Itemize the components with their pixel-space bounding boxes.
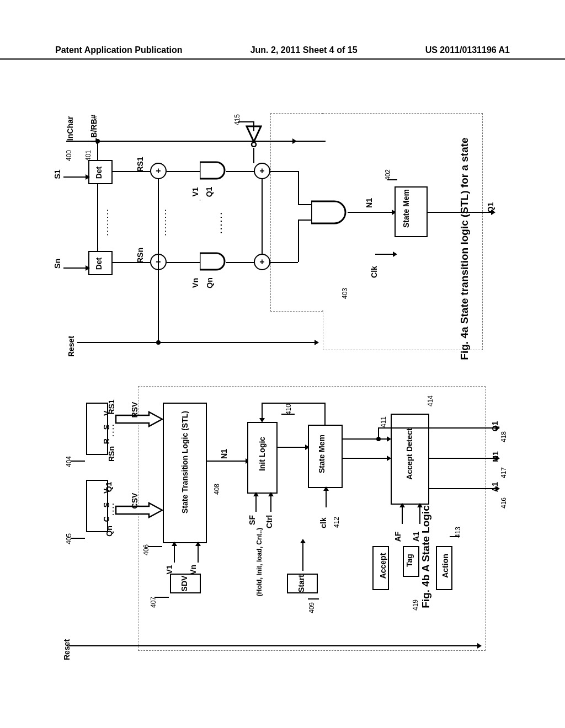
wire (148, 546, 162, 547)
ref-409: 409 (308, 602, 316, 613)
state-mem-label-b: State Mem (317, 426, 326, 481)
label-s1: S1 (53, 169, 62, 179)
ref-402: 402 (384, 169, 392, 180)
ref-416: 416 (500, 497, 508, 508)
dots: ········ (162, 208, 169, 236)
wire (174, 546, 175, 563)
wire (450, 536, 460, 537)
wire (302, 543, 303, 571)
wire (154, 597, 169, 598)
plus-label: + (156, 166, 161, 175)
wire (69, 645, 477, 646)
label-ctrl-sub: (Hold, Init, load, Cnt..) (255, 521, 263, 603)
label-a1: A1 (412, 532, 420, 542)
wire (270, 171, 298, 172)
ref-401: 401 (84, 150, 92, 161)
wire (298, 171, 299, 205)
state-mem-box-a (395, 186, 428, 237)
label-rsn: RSn (136, 248, 145, 263)
big-and-gate (311, 200, 350, 225)
dots: ········ (104, 208, 111, 236)
wire (298, 204, 312, 205)
diagram-area: Fig. 4a State transition logic (STL) for… (66, 94, 497, 662)
ref-418: 418 (500, 431, 508, 442)
wire (324, 403, 326, 425)
wire (278, 447, 305, 448)
wire (77, 342, 315, 343)
wire (71, 538, 85, 539)
wire (378, 427, 430, 429)
dots: ······ (217, 211, 226, 233)
wire (428, 212, 491, 213)
page-header: Patent Application Publication Jun. 2, 2… (0, 45, 565, 60)
ref-407: 407 (150, 597, 157, 608)
label-reset-b: Reset (62, 639, 71, 660)
label-clk-b: clk (319, 517, 328, 528)
sdv-text: SDV (180, 576, 189, 592)
tag-chip-label: Tag (405, 554, 414, 567)
wire (253, 148, 254, 163)
label-qn-b: Qn (105, 526, 114, 536)
wire (207, 461, 246, 462)
label-inchar: InChar (66, 116, 74, 141)
accept-label: Accept Detect (405, 415, 414, 493)
label-q1: Q1 (205, 187, 214, 197)
wire (343, 458, 387, 459)
det-label-1: Det (94, 167, 103, 179)
label-q1-b: Q1 (104, 482, 113, 493)
header-center: Jun. 2, 2011 Sheet 4 of 15 (250, 45, 358, 55)
wire (226, 171, 254, 172)
wire (167, 171, 200, 172)
label-af: AF (393, 532, 402, 542)
ref-404: 404 (65, 456, 73, 467)
wire (292, 141, 326, 142)
label-sn: Sn (53, 259, 62, 269)
label-rsv: RSV (130, 402, 139, 418)
wire (429, 488, 495, 489)
label-csv: CSV (130, 493, 139, 509)
and-gate-1 (200, 161, 227, 180)
fig4a-caption: Fig. 4a State transition logic (STL) for… (459, 137, 471, 360)
wire (226, 262, 254, 263)
wire (281, 414, 295, 415)
label-out-q1: Q1 (491, 421, 499, 432)
ref-410: 410 (285, 404, 292, 415)
wire (198, 546, 199, 563)
ref-400: 400 (65, 150, 73, 161)
junction (156, 340, 161, 345)
header-right: US 2011/0131196 A1 (425, 45, 510, 55)
svg-point-0 (252, 142, 256, 147)
wire (308, 598, 319, 599)
ref-417: 417 (500, 467, 508, 478)
ref-405: 405 (65, 533, 73, 544)
ref-403: 403 (341, 288, 349, 299)
wire (429, 458, 495, 459)
ref-419: 419 (412, 599, 419, 611)
plus-node-r1: + (254, 163, 270, 179)
wire (348, 212, 392, 213)
label-out-a1: A1 (491, 482, 499, 492)
and-gate-n (200, 252, 227, 271)
state-mem-label-a: State Mem (402, 186, 411, 231)
wire (326, 491, 327, 507)
ref-408: 408 (213, 484, 221, 495)
wire (378, 427, 379, 438)
wire (298, 220, 312, 221)
label-rsn-b: RSn (107, 446, 116, 462)
label-reset-a: Reset (67, 336, 76, 357)
label-ctrl: Ctrl (265, 515, 274, 528)
accept-chip-label: Accept (379, 553, 387, 579)
label-v1-b: V1 (165, 565, 174, 574)
wire (200, 200, 200, 201)
wire (255, 496, 257, 512)
label-out-m1: M1 (491, 451, 500, 462)
start-label: Start (297, 575, 306, 592)
wire (429, 427, 495, 429)
wire (298, 220, 299, 262)
wire (262, 403, 326, 404)
wire (71, 461, 85, 462)
det-label-n: Det (94, 258, 103, 270)
plus-label: + (259, 166, 264, 175)
label-n1: N1 (365, 198, 374, 208)
plus-label: + (259, 257, 264, 266)
